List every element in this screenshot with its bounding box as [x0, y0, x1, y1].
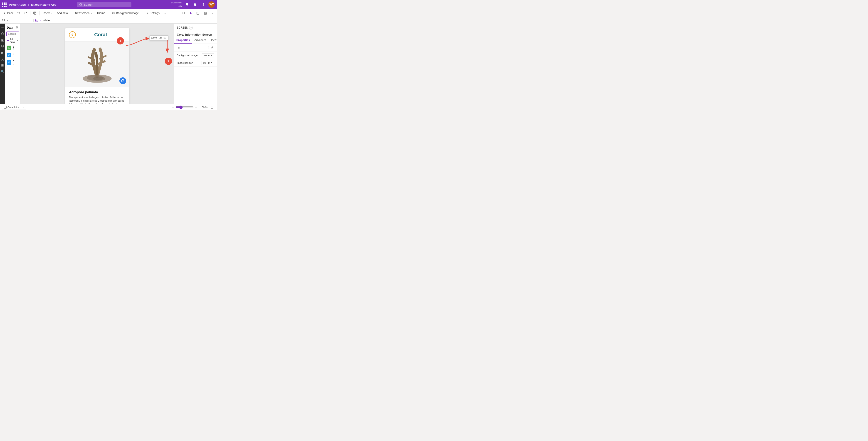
help-button[interactable]: ? — [200, 1, 207, 8]
fill-row: Fill — [174, 44, 217, 52]
zoom-minus-button[interactable]: − — [172, 105, 174, 109]
waffle-icon[interactable] — [2, 2, 7, 7]
zoom-value: 60 % — [198, 106, 208, 109]
sidebar-data-icon[interactable]: ⛁ — [1, 44, 4, 48]
comments-button[interactable] — [180, 10, 187, 16]
app-title: Mixed Reality App — [31, 3, 56, 6]
expand-button[interactable] — [209, 10, 216, 16]
species-name: Acropora palmata — [69, 90, 125, 94]
screen-tab-name: Coral Infor... — [7, 106, 21, 109]
tab-properties[interactable]: Properties — [174, 37, 192, 43]
occupants-icon: O — [7, 60, 11, 65]
screen-tab-chevron-icon[interactable] — [22, 106, 24, 108]
formula-bar: Fill fx White — [0, 17, 217, 24]
sidebar-screens-icon[interactable]: ▣ — [1, 38, 4, 42]
background-image-row: Background image None — [174, 52, 217, 59]
undo-button[interactable] — [16, 10, 22, 16]
smithsonian-icon: S — [7, 45, 11, 50]
data-panel-header: Data ✕ — [5, 24, 20, 31]
data-item-coral[interactable]: C Coral OneDrive for Business - testatte… — [5, 52, 20, 59]
environment-info: Environment Dev — [170, 2, 182, 7]
app-logo: Power Apps | Mixed Reality App — [2, 2, 57, 7]
app-coral-title: Coral — [76, 32, 125, 38]
separator-2 — [39, 11, 40, 15]
fill-label: Fill — [177, 46, 180, 49]
formula-expand-icon — [39, 19, 41, 22]
screen-tab[interactable]: Coral Infor... — [2, 105, 26, 110]
toolbar-right — [180, 10, 216, 16]
annotation-badge-2: 2 — [165, 58, 172, 65]
settings-button[interactable] — [192, 1, 198, 8]
insert-button[interactable]: Insert — [41, 11, 55, 15]
theme-button[interactable]: Theme — [95, 11, 110, 15]
background-image-select[interactable]: None — [202, 53, 214, 57]
data-panel-title: Data — [7, 26, 13, 29]
search-bar[interactable]: Search — [77, 2, 131, 7]
sidebar-media-icon[interactable]: ▶ — [1, 51, 4, 55]
add-data-button-panel[interactable]: + Add data — [5, 37, 20, 44]
publish-button[interactable] — [195, 10, 201, 16]
top-bar-right: Environment Dev ? WT — [170, 1, 215, 8]
toolbar: Back Insert Add data New screen Theme Ba… — [0, 9, 217, 17]
image-position-row: Image position Fit — [174, 59, 217, 67]
zoom-plus-button[interactable]: + — [195, 105, 197, 109]
sidebar-home-icon[interactable]: ☰ — [1, 25, 4, 29]
smithsonian-more-icon[interactable]: ··· — [16, 46, 19, 50]
tab-advanced[interactable]: Advanced — [192, 37, 209, 43]
paint-bucket-icon[interactable] — [210, 45, 214, 50]
canvas-area: 1 2 Save (Ctrl+S) Coral — [21, 24, 174, 104]
data-panel: Data ✕ + Add data S Smithsonian3D Smiths… — [5, 24, 21, 104]
notifications-button[interactable] — [184, 1, 190, 8]
bottom-bar: Coral Infor... − + 60 % — [0, 104, 217, 110]
fill-color-swatch[interactable] — [206, 46, 209, 49]
back-button[interactable]: Back — [1, 11, 15, 15]
screen-title: Coral Information Screen — [174, 31, 217, 37]
background-image-button[interactable]: Background image — [111, 11, 144, 15]
search-placeholder: Search — [84, 3, 93, 6]
ar-button[interactable] — [119, 77, 126, 84]
data-item-occupants[interactable]: O Occupants OneDrive for Business - test… — [5, 59, 20, 66]
app-name: Power Apps — [9, 3, 26, 6]
property-selector[interactable]: Fill — [2, 19, 34, 22]
settings-toolbar-button[interactable]: Settings — [144, 11, 161, 15]
screen-checkbox[interactable] — [4, 106, 7, 109]
zoom-controls: − + 60 % — [172, 104, 215, 110]
data-item-smithsonian[interactable]: S Smithsonian3D Smithsonian 3D ··· — [5, 44, 20, 52]
data-panel-close-icon[interactable]: ✕ — [16, 25, 19, 30]
svg-marker-5 — [190, 12, 192, 14]
screen-help-icon[interactable]: ? — [189, 26, 193, 30]
coral-more-icon[interactable]: ··· — [16, 53, 19, 57]
rp-tabs: Properties Advanced Ideas — [174, 37, 217, 44]
sidebar-controls-icon[interactable]: ⊞ — [1, 64, 4, 67]
image-position-select[interactable]: Fit — [202, 61, 214, 65]
screen-label: SCREEN — [177, 26, 188, 29]
fullscreen-icon[interactable] — [209, 104, 215, 110]
user-avatar[interactable]: WT — [208, 1, 215, 8]
sidebar-search-icon[interactable]: 🔍 — [1, 70, 4, 73]
copy-button[interactable] — [32, 10, 38, 16]
app-image-area — [65, 41, 129, 87]
formula-value: White — [43, 19, 50, 22]
zoom-slider[interactable] — [176, 105, 194, 109]
divider: | — [28, 3, 29, 6]
svg-point-0 — [80, 3, 82, 5]
more-button[interactable]: ··· — [162, 11, 168, 15]
svg-line-1 — [82, 5, 83, 6]
redo-button[interactable] — [23, 10, 29, 16]
sidebar-components-icon[interactable]: ⬡ — [1, 32, 4, 35]
occupants-more-icon[interactable]: ··· — [16, 61, 19, 64]
fx-symbol: fx — [35, 19, 38, 22]
data-search-input[interactable] — [6, 32, 19, 36]
new-screen-button[interactable]: New screen — [73, 11, 94, 15]
add-data-button[interactable]: Add data — [55, 11, 73, 15]
save-tooltip: Save (Ctrl+S) — [149, 35, 168, 40]
coral-icon: C — [7, 53, 11, 57]
play-button[interactable] — [187, 10, 194, 16]
right-panel: SCREEN ? Coral Information Screen Proper… — [174, 24, 217, 104]
save-button[interactable] — [202, 10, 208, 16]
fill-value — [206, 45, 214, 50]
app-back-button[interactable] — [69, 31, 76, 38]
sidebar-variables-icon[interactable]: (x) — [1, 57, 4, 61]
tab-ideas[interactable]: Ideas — [209, 37, 217, 43]
image-position-label: Image position — [177, 62, 193, 64]
